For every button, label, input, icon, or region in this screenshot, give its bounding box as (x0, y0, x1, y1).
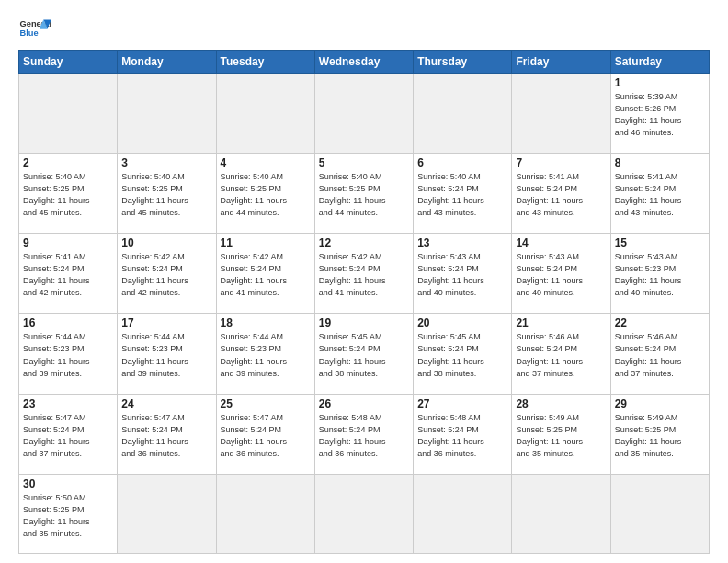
day-info: Sunrise: 5:48 AM Sunset: 5:24 PM Dayligh… (417, 412, 507, 460)
day-info: Sunrise: 5:49 AM Sunset: 5:25 PM Dayligh… (615, 412, 705, 460)
calendar-cell (414, 474, 512, 553)
page: General Blue SundayMondayTuesdayWednesda… (0, 0, 728, 563)
day-info: Sunrise: 5:43 AM Sunset: 5:24 PM Dayligh… (417, 251, 507, 299)
calendar-cell: 3Sunrise: 5:40 AM Sunset: 5:25 PM Daylig… (118, 154, 216, 234)
day-info: Sunrise: 5:47 AM Sunset: 5:24 PM Dayligh… (121, 412, 211, 460)
calendar-cell (216, 74, 314, 154)
day-number: 28 (516, 397, 606, 410)
day-info: Sunrise: 5:48 AM Sunset: 5:24 PM Dayligh… (319, 412, 409, 460)
calendar-cell (414, 74, 512, 154)
day-number: 13 (417, 236, 507, 249)
svg-text:Blue: Blue (20, 29, 39, 38)
general-blue-logo-icon: General Blue (18, 17, 51, 44)
logo: General Blue (18, 17, 51, 44)
weekday-header-monday: Monday (118, 51, 216, 74)
day-number: 30 (23, 477, 113, 490)
day-number: 7 (516, 156, 606, 169)
day-number: 15 (615, 236, 705, 249)
calendar-cell: 28Sunrise: 5:49 AM Sunset: 5:25 PM Dayli… (512, 394, 610, 474)
day-info: Sunrise: 5:40 AM Sunset: 5:25 PM Dayligh… (221, 171, 311, 219)
day-number: 11 (221, 236, 311, 249)
calendar-cell: 4Sunrise: 5:40 AM Sunset: 5:25 PM Daylig… (216, 154, 314, 234)
day-info: Sunrise: 5:43 AM Sunset: 5:24 PM Dayligh… (516, 251, 606, 299)
day-info: Sunrise: 5:44 AM Sunset: 5:23 PM Dayligh… (221, 331, 311, 379)
calendar-cell: 21Sunrise: 5:46 AM Sunset: 5:24 PM Dayli… (512, 314, 610, 394)
calendar-week-2: 9Sunrise: 5:41 AM Sunset: 5:24 PM Daylig… (19, 234, 710, 314)
day-number: 16 (23, 316, 113, 329)
day-info: Sunrise: 5:41 AM Sunset: 5:24 PM Dayligh… (23, 251, 113, 299)
day-info: Sunrise: 5:49 AM Sunset: 5:25 PM Dayligh… (516, 412, 606, 460)
calendar-cell: 15Sunrise: 5:43 AM Sunset: 5:23 PM Dayli… (610, 234, 709, 314)
calendar-week-1: 2Sunrise: 5:40 AM Sunset: 5:25 PM Daylig… (19, 154, 710, 234)
day-number: 24 (121, 397, 211, 410)
weekday-header-friday: Friday (512, 51, 610, 74)
day-number: 5 (319, 156, 409, 169)
calendar-cell: 14Sunrise: 5:43 AM Sunset: 5:24 PM Dayli… (512, 234, 610, 314)
day-info: Sunrise: 5:42 AM Sunset: 5:24 PM Dayligh… (221, 251, 311, 299)
day-info: Sunrise: 5:44 AM Sunset: 5:23 PM Dayligh… (121, 331, 211, 379)
calendar-cell: 6Sunrise: 5:40 AM Sunset: 5:24 PM Daylig… (414, 154, 512, 234)
calendar-cell: 8Sunrise: 5:41 AM Sunset: 5:24 PM Daylig… (610, 154, 709, 234)
calendar-cell: 19Sunrise: 5:45 AM Sunset: 5:24 PM Dayli… (314, 314, 413, 394)
calendar-cell: 29Sunrise: 5:49 AM Sunset: 5:25 PM Dayli… (610, 394, 709, 474)
weekday-header-saturday: Saturday (610, 51, 709, 74)
weekday-header-tuesday: Tuesday (216, 51, 314, 74)
calendar-cell (19, 74, 118, 154)
calendar-cell: 1Sunrise: 5:39 AM Sunset: 5:26 PM Daylig… (610, 74, 709, 154)
day-number: 25 (221, 397, 311, 410)
calendar-cell: 26Sunrise: 5:48 AM Sunset: 5:24 PM Dayli… (314, 394, 413, 474)
day-info: Sunrise: 5:44 AM Sunset: 5:23 PM Dayligh… (23, 331, 113, 379)
day-info: Sunrise: 5:40 AM Sunset: 5:25 PM Dayligh… (23, 171, 113, 219)
day-number: 14 (516, 236, 606, 249)
calendar-cell (314, 474, 413, 553)
calendar-cell: 11Sunrise: 5:42 AM Sunset: 5:24 PM Dayli… (216, 234, 314, 314)
day-info: Sunrise: 5:40 AM Sunset: 5:25 PM Dayligh… (121, 171, 211, 219)
day-info: Sunrise: 5:43 AM Sunset: 5:23 PM Dayligh… (615, 251, 705, 299)
calendar-cell: 25Sunrise: 5:47 AM Sunset: 5:24 PM Dayli… (216, 394, 314, 474)
calendar-cell: 13Sunrise: 5:43 AM Sunset: 5:24 PM Dayli… (414, 234, 512, 314)
day-info: Sunrise: 5:40 AM Sunset: 5:24 PM Dayligh… (417, 171, 507, 219)
calendar-cell: 5Sunrise: 5:40 AM Sunset: 5:25 PM Daylig… (314, 154, 413, 234)
day-number: 3 (121, 156, 211, 169)
day-number: 17 (121, 316, 211, 329)
day-number: 22 (615, 316, 705, 329)
calendar-header: SundayMondayTuesdayWednesdayThursdayFrid… (19, 51, 710, 74)
day-number: 9 (23, 236, 113, 249)
calendar-cell: 2Sunrise: 5:40 AM Sunset: 5:25 PM Daylig… (19, 154, 118, 234)
calendar-cell: 18Sunrise: 5:44 AM Sunset: 5:23 PM Dayli… (216, 314, 314, 394)
day-number: 20 (417, 316, 507, 329)
calendar-cell (314, 74, 413, 154)
day-number: 10 (121, 236, 211, 249)
day-info: Sunrise: 5:39 AM Sunset: 5:26 PM Dayligh… (615, 91, 705, 139)
calendar-cell (118, 474, 216, 553)
weekday-header-wednesday: Wednesday (314, 51, 413, 74)
day-info: Sunrise: 5:46 AM Sunset: 5:24 PM Dayligh… (516, 331, 606, 379)
weekday-header-sunday: Sunday (19, 51, 118, 74)
calendar-cell (118, 74, 216, 154)
day-info: Sunrise: 5:47 AM Sunset: 5:24 PM Dayligh… (221, 412, 311, 460)
calendar-cell: 30Sunrise: 5:50 AM Sunset: 5:25 PM Dayli… (19, 474, 118, 553)
weekday-row: SundayMondayTuesdayWednesdayThursdayFrid… (19, 51, 710, 74)
day-number: 1 (615, 76, 705, 89)
day-number: 27 (417, 397, 507, 410)
weekday-header-thursday: Thursday (414, 51, 512, 74)
day-number: 19 (319, 316, 409, 329)
calendar-week-3: 16Sunrise: 5:44 AM Sunset: 5:23 PM Dayli… (19, 314, 710, 394)
calendar-body: 1Sunrise: 5:39 AM Sunset: 5:26 PM Daylig… (19, 74, 710, 554)
calendar-cell: 16Sunrise: 5:44 AM Sunset: 5:23 PM Dayli… (19, 314, 118, 394)
calendar-cell: 24Sunrise: 5:47 AM Sunset: 5:24 PM Dayli… (118, 394, 216, 474)
calendar-cell: 7Sunrise: 5:41 AM Sunset: 5:24 PM Daylig… (512, 154, 610, 234)
day-info: Sunrise: 5:50 AM Sunset: 5:25 PM Dayligh… (23, 492, 113, 540)
calendar-cell: 27Sunrise: 5:48 AM Sunset: 5:24 PM Dayli… (414, 394, 512, 474)
calendar-week-4: 23Sunrise: 5:47 AM Sunset: 5:24 PM Dayli… (19, 394, 710, 474)
calendar-cell: 22Sunrise: 5:46 AM Sunset: 5:24 PM Dayli… (610, 314, 709, 394)
calendar-cell (512, 474, 610, 553)
day-number: 2 (23, 156, 113, 169)
day-info: Sunrise: 5:45 AM Sunset: 5:24 PM Dayligh… (319, 331, 409, 379)
calendar-cell: 10Sunrise: 5:42 AM Sunset: 5:24 PM Dayli… (118, 234, 216, 314)
day-number: 18 (221, 316, 311, 329)
calendar-table: SundayMondayTuesdayWednesdayThursdayFrid… (18, 50, 710, 554)
header: General Blue (18, 17, 710, 44)
calendar-cell: 12Sunrise: 5:42 AM Sunset: 5:24 PM Dayli… (314, 234, 413, 314)
calendar-week-5: 30Sunrise: 5:50 AM Sunset: 5:25 PM Dayli… (19, 474, 710, 553)
